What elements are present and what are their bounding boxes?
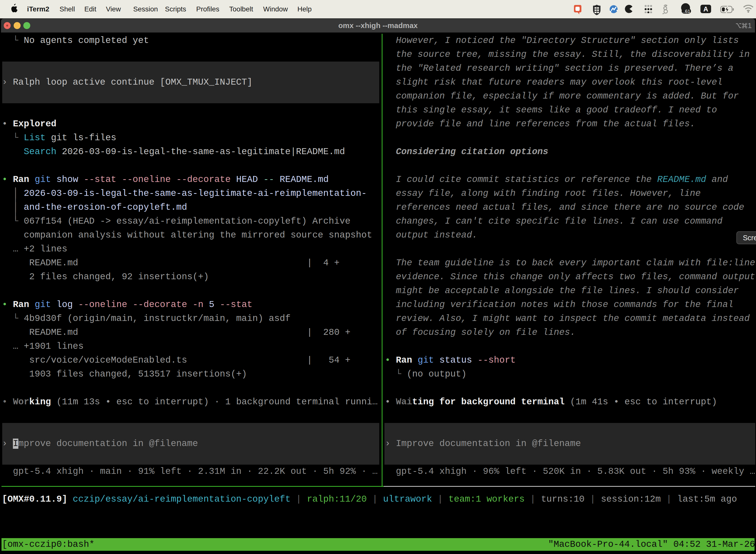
svg-text:A: A	[703, 5, 708, 13]
svg-text:..61: ..61	[682, 9, 690, 14]
